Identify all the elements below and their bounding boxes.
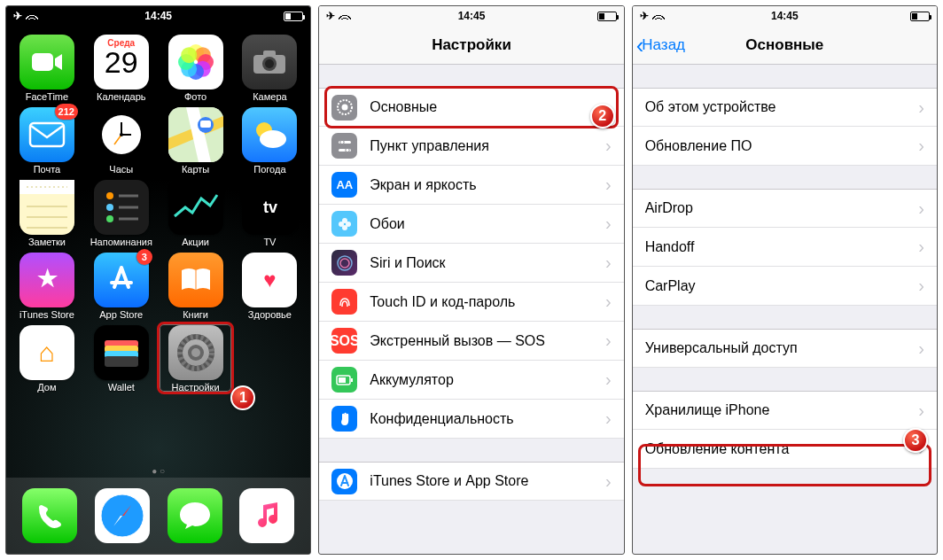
status-time: 14:45 bbox=[6, 10, 310, 22]
airplane-mode-icon bbox=[640, 10, 649, 22]
row-icon bbox=[331, 95, 357, 121]
settings-row[interactable]: iTunes Store и App Store› bbox=[319, 462, 623, 501]
row-label: Основные bbox=[370, 99, 605, 115]
svg-rect-55 bbox=[339, 377, 346, 383]
settings-row[interactable]: CarPlay› bbox=[633, 267, 937, 306]
calendar-icon: Среда 29 bbox=[94, 35, 149, 89]
dock-messages[interactable] bbox=[168, 488, 222, 543]
chevron-right-icon: › bbox=[605, 292, 612, 312]
settings-row[interactable]: Универсальный доступ› bbox=[633, 329, 937, 368]
back-button[interactable]: ‹Назад bbox=[633, 36, 685, 54]
settings-row[interactable]: Хранилище iPhone› bbox=[633, 391, 937, 430]
app-calendar[interactable]: Среда 29 Календарь bbox=[86, 35, 157, 102]
settings-row[interactable]: Siri и Поиск› bbox=[319, 244, 623, 283]
svg-point-46 bbox=[346, 148, 349, 152]
row-label: iTunes Store и App Store bbox=[370, 473, 605, 489]
status-bar: 14:45 bbox=[633, 6, 937, 26]
battery-icon bbox=[908, 12, 930, 21]
settings-row[interactable]: SOSЭкстренный вызов — SOS› bbox=[319, 322, 623, 361]
svg-point-42 bbox=[341, 105, 347, 111]
app-appstore[interactable]: 3 App Store bbox=[86, 253, 157, 320]
chevron-right-icon: › bbox=[918, 198, 924, 219]
home-screen: FaceTime Среда 29 Календарь bbox=[6, 26, 310, 554]
chevron-right-icon: › bbox=[918, 401, 924, 421]
app-photos[interactable]: Фото bbox=[160, 35, 231, 102]
app-settings[interactable]: Настройки bbox=[160, 325, 231, 393]
svg-point-4 bbox=[265, 59, 274, 68]
settings-row[interactable]: Обновление контента› bbox=[633, 430, 937, 469]
row-label: Обои bbox=[370, 216, 605, 232]
svg-rect-13 bbox=[200, 121, 211, 128]
row-label: CarPlay bbox=[645, 278, 919, 294]
app-reminders[interactable]: Напоминания bbox=[86, 180, 157, 247]
dock-music[interactable] bbox=[239, 488, 294, 543]
row-label: Об этом устройстве bbox=[645, 99, 919, 115]
airplane-mode-icon bbox=[326, 10, 335, 22]
status-bar: 14:45 bbox=[6, 6, 310, 26]
dock-safari[interactable] bbox=[95, 488, 150, 543]
status-time: 14:45 bbox=[319, 10, 623, 22]
settings-row[interactable]: Touch ID и код-пароль› bbox=[319, 283, 623, 322]
settings-row[interactable]: Handoff› bbox=[633, 228, 937, 267]
app-itunes-store[interactable]: ★ iTunes Store bbox=[12, 253, 82, 320]
app-weather[interactable]: Погода bbox=[234, 107, 305, 175]
panel-general: 14:45 ‹Назад Основные Об этом устройстве… bbox=[632, 5, 938, 555]
settings-row[interactable]: Конфиденциальность› bbox=[319, 400, 623, 439]
row-label: Экстренный вызов — SOS bbox=[370, 333, 605, 349]
app-homekit[interactable]: ⌂ Дом bbox=[12, 325, 82, 393]
dock bbox=[6, 478, 310, 554]
chevron-right-icon: › bbox=[918, 338, 924, 359]
row-icon bbox=[331, 211, 357, 237]
chevron-right-icon: › bbox=[605, 253, 612, 273]
page-dots[interactable]: ● ○ bbox=[6, 464, 310, 478]
wifi-icon bbox=[26, 10, 38, 22]
row-icon bbox=[331, 289, 357, 315]
row-label: Аккумулятор bbox=[370, 372, 605, 388]
settings-row[interactable]: Аккумулятор› bbox=[319, 361, 623, 400]
app-notes[interactable]: Заметки bbox=[12, 180, 82, 247]
stocks-icon bbox=[168, 180, 223, 235]
chevron-right-icon: › bbox=[605, 369, 612, 390]
app-facetime[interactable]: FaceTime bbox=[12, 35, 82, 102]
chevron-right-icon: › bbox=[918, 136, 924, 156]
navbar: ‹Назад Основные bbox=[633, 26, 937, 65]
app-clock[interactable]: Часы bbox=[86, 107, 157, 175]
reminders-icon bbox=[94, 180, 149, 235]
row-label: Пункт управления bbox=[370, 138, 605, 154]
camera-icon bbox=[242, 35, 297, 89]
settings-row[interactable]: Об этом устройстве› bbox=[633, 88, 937, 127]
callout-3: 3 bbox=[903, 428, 928, 453]
app-camera[interactable]: Камера bbox=[234, 35, 305, 102]
row-icon bbox=[331, 250, 357, 276]
app-maps[interactable]: Карты bbox=[160, 107, 231, 175]
chevron-right-icon: › bbox=[605, 175, 612, 195]
appstore-badge: 3 bbox=[136, 249, 152, 265]
clock-icon bbox=[94, 107, 149, 162]
app-tv[interactable]: tv TV bbox=[234, 180, 305, 247]
wallet-icon bbox=[94, 325, 149, 380]
settings-row[interactable]: Обои› bbox=[319, 205, 623, 244]
books-icon bbox=[168, 253, 223, 307]
settings-row[interactable]: AirDrop› bbox=[633, 189, 937, 228]
svg-point-21 bbox=[106, 192, 113, 199]
svg-rect-2 bbox=[263, 51, 276, 58]
app-wallet[interactable]: Wallet bbox=[86, 325, 157, 393]
appstore-icon: 3 bbox=[94, 253, 149, 307]
panel-home-screen: 14:45 FaceTime Среда 29 Календарь bbox=[5, 5, 311, 555]
app-stocks[interactable]: Акции bbox=[160, 180, 231, 247]
nav-title: Настройки bbox=[319, 36, 623, 54]
general-list[interactable]: Об этом устройстве›Обновление ПО› AirDro… bbox=[633, 65, 937, 554]
settings-row[interactable]: Обновление ПО› bbox=[633, 127, 937, 166]
app-health[interactable]: ♥ Здоровье bbox=[234, 253, 305, 320]
svg-rect-32 bbox=[105, 356, 138, 367]
settings-row[interactable]: AAЭкран и яркость› bbox=[319, 166, 623, 205]
app-mail[interactable]: 212 Почта bbox=[12, 107, 82, 175]
settings-list[interactable]: Основные›Пункт управления›AAЭкран и ярко… bbox=[319, 65, 623, 554]
settings-row[interactable]: Основные› bbox=[319, 88, 623, 127]
photos-icon bbox=[168, 35, 223, 89]
settings-row[interactable]: Пункт управления› bbox=[319, 127, 623, 166]
app-books[interactable]: Книги bbox=[160, 253, 231, 320]
chevron-right-icon: › bbox=[605, 408, 612, 429]
dock-phone[interactable] bbox=[22, 488, 77, 543]
row-icon bbox=[331, 406, 357, 432]
